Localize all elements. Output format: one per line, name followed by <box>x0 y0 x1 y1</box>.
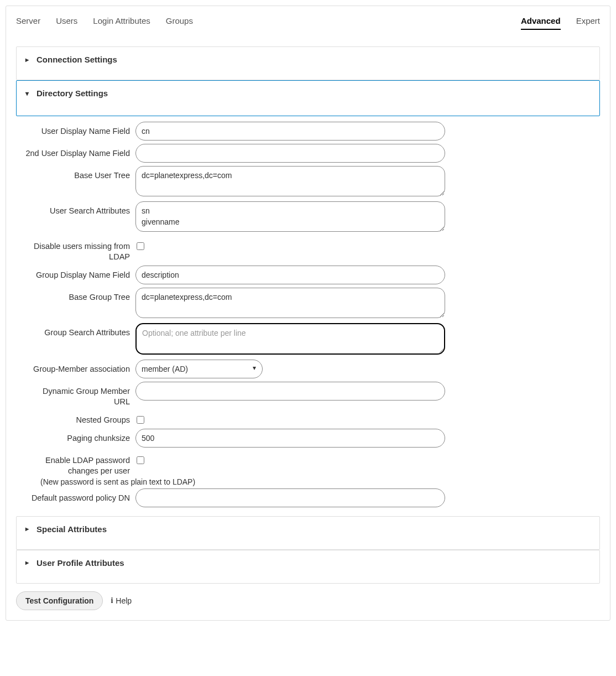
caret-right-icon: ▸ <box>25 56 31 64</box>
section-directory-title: Directory Settings <box>36 89 108 98</box>
section-directory-settings: ▾ Directory Settings <box>16 80 600 116</box>
section-directory-header[interactable]: ▾ Directory Settings <box>25 89 591 98</box>
label-group-display-name: Group Display Name Field <box>25 266 135 280</box>
tab-advanced[interactable]: Advanced <box>521 16 561 30</box>
section-connection-header[interactable]: ▸ Connection Settings <box>25 55 591 64</box>
input-user-display-name-2[interactable] <box>135 144 445 163</box>
tab-login-attributes[interactable]: Login Attributes <box>93 16 150 30</box>
checkbox-enable-ldap-pwd[interactable] <box>137 456 144 464</box>
input-default-pwd-policy[interactable] <box>135 488 445 507</box>
label-enable-ldap-pwd: Enable LDAP password changes per user <box>25 451 135 476</box>
helper-enable-ldap-pwd: (New password is sent as plain text to L… <box>25 477 591 486</box>
help-label: Help <box>116 596 132 605</box>
directory-settings-body: User Display Name Field 2nd User Display… <box>16 116 600 507</box>
section-connection-title: Connection Settings <box>36 55 117 64</box>
tab-groups[interactable]: Groups <box>166 16 193 30</box>
section-user-profile-title: User Profile Attributes <box>36 558 124 568</box>
select-group-member-assoc[interactable]: member (AD) <box>135 360 263 378</box>
checkbox-nested-groups[interactable] <box>137 416 144 424</box>
input-user-display-name[interactable] <box>135 122 445 141</box>
label-base-group-tree: Base Group Tree <box>25 288 135 303</box>
input-dynamic-group-url[interactable] <box>135 382 445 401</box>
textarea-user-search-attributes[interactable] <box>135 201 445 232</box>
label-dynamic-group-url: Dynamic Group Member URL <box>25 382 135 407</box>
label-group-search-attributes: Group Search Attributes <box>25 323 135 338</box>
info-icon: i <box>111 596 113 605</box>
label-group-member-assoc: Group-Member association <box>25 360 135 375</box>
textarea-base-group-tree[interactable] <box>135 288 445 318</box>
label-base-user-tree: Base User Tree <box>25 166 135 181</box>
caret-right-icon: ▸ <box>25 525 31 533</box>
tab-users[interactable]: Users <box>56 16 77 30</box>
section-special-header[interactable]: ▸ Special Attributes <box>25 524 591 534</box>
textarea-base-user-tree[interactable] <box>135 166 445 196</box>
textarea-group-search-attributes[interactable] <box>135 323 445 355</box>
help-link[interactable]: i Help <box>111 596 132 605</box>
label-paging-chunksize: Paging chunksize <box>25 429 135 444</box>
section-special-title: Special Attributes <box>36 524 107 534</box>
footer-actions: Test Configuration i Help <box>16 591 600 610</box>
caret-right-icon: ▸ <box>25 559 31 566</box>
input-group-display-name[interactable] <box>135 266 445 284</box>
checkbox-disable-missing-users[interactable] <box>137 242 144 250</box>
label-user-search-attributes: User Search Attributes <box>25 201 135 216</box>
input-paging-chunksize[interactable] <box>135 429 445 448</box>
section-connection-settings: ▸ Connection Settings <box>16 46 600 80</box>
caret-down-icon: ▾ <box>25 90 31 97</box>
label-user-display-name: User Display Name Field <box>25 122 135 137</box>
label-nested-groups: Nested Groups <box>25 410 135 425</box>
top-tabs: Server Users Login Attributes Groups Adv… <box>16 16 600 30</box>
label-disable-missing-users: Disable users missing from LDAP <box>25 237 135 262</box>
label-default-pwd-policy: Default password policy DN <box>25 488 135 503</box>
label-user-display-name-2: 2nd User Display Name Field <box>25 144 135 159</box>
section-special-attributes: ▸ Special Attributes <box>16 516 600 550</box>
tab-expert[interactable]: Expert <box>576 16 600 30</box>
section-user-profile-attributes: ▸ User Profile Attributes <box>16 550 600 584</box>
tab-server[interactable]: Server <box>16 16 40 30</box>
section-user-profile-header[interactable]: ▸ User Profile Attributes <box>25 558 591 568</box>
test-configuration-button[interactable]: Test Configuration <box>16 591 103 610</box>
